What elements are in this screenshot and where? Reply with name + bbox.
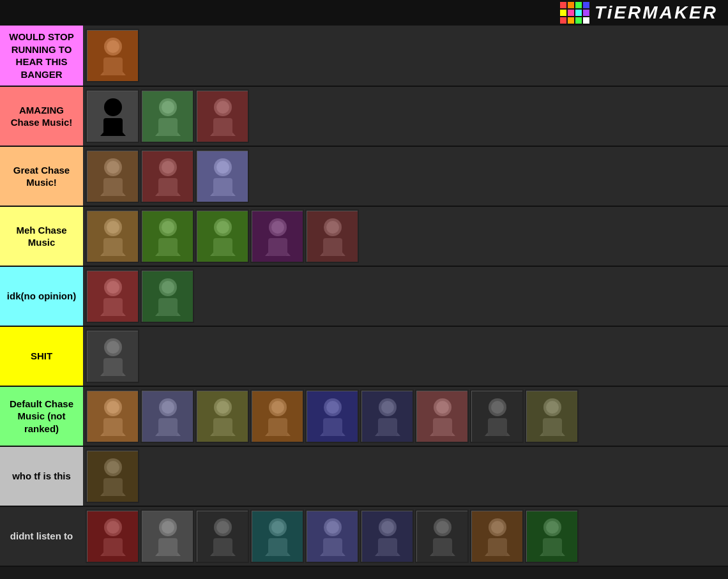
logo-grid-icon [560,2,589,24]
svg-rect-59 [103,358,123,376]
svg-rect-7 [103,118,123,136]
tier-item[interactable] [360,389,414,443]
logo-cell [575,17,582,24]
tier-item[interactable] [86,389,139,443]
svg-rect-71 [213,418,232,436]
tier-label-a: AMAZING Chase Music! [0,87,83,146]
tier-item[interactable] [86,89,139,143]
tier-item[interactable] [195,149,249,203]
svg-rect-11 [158,118,178,136]
svg-point-26 [216,161,229,174]
svg-rect-91 [488,418,507,436]
svg-point-58 [107,341,119,354]
tier-row-b: Great Chase Music! [0,147,728,207]
tier-item[interactable] [140,149,194,203]
tier-items-d [83,267,728,326]
tier-item[interactable] [305,509,359,563]
character-portrait [87,391,139,443]
character-portrait [307,391,359,443]
tier-items-g [83,447,728,506]
tier-item[interactable] [250,509,304,563]
svg-rect-75 [268,418,287,436]
svg-point-50 [107,281,119,294]
svg-point-46 [326,221,339,234]
tier-item[interactable] [195,209,249,263]
logo-cell [583,2,589,8]
character-portrait [471,391,524,443]
svg-point-62 [107,401,119,414]
tier-item[interactable] [250,209,304,263]
tier-row-e: SHIT [0,327,728,387]
tier-item[interactable] [195,89,249,143]
tier-items-c [83,207,728,266]
tier-item[interactable] [525,509,579,563]
tier-item[interactable] [250,389,304,443]
tier-item[interactable] [415,389,469,443]
tier-label-f: Default Chase Music (not ranked) [0,387,83,446]
tier-item[interactable] [140,509,194,563]
svg-point-122 [381,521,394,534]
tier-item[interactable] [525,389,579,443]
character-portrait [87,151,139,203]
tier-label-d: idk(no opinion) [0,267,83,326]
svg-point-126 [436,521,449,534]
tier-label-g: who tf is this [0,447,83,506]
svg-point-66 [162,401,174,414]
tier-row-h: didnt listen to [0,507,728,567]
svg-rect-83 [378,418,397,436]
svg-rect-107 [158,538,178,556]
svg-point-130 [491,521,504,534]
svg-point-82 [381,401,394,414]
svg-point-86 [436,401,449,414]
svg-rect-15 [213,118,232,136]
svg-rect-23 [158,178,178,196]
tier-item[interactable] [140,269,194,323]
svg-point-90 [491,401,504,414]
svg-rect-19 [103,178,123,196]
tier-item[interactable] [86,209,139,263]
tier-row-s: WOULD STOP RUNNING TO HEAR THIS BANGER [0,26,728,87]
tier-label-h: didnt listen to [0,507,83,566]
svg-point-10 [162,101,174,114]
svg-rect-119 [323,538,342,556]
tier-row-f: Default Chase Music (not ranked) [0,387,728,447]
svg-rect-31 [103,238,123,256]
tier-item[interactable] [195,509,249,563]
tier-item[interactable] [86,29,139,82]
tier-items-b [83,147,728,206]
tier-label-s: WOULD STOP RUNNING TO HEAR THIS BANGER [0,26,83,86]
tier-row-a: AMAZING Chase Music! [0,87,728,147]
svg-rect-67 [158,418,178,436]
tier-item[interactable] [86,149,139,203]
tier-item[interactable] [470,389,524,443]
tier-item[interactable] [305,389,359,443]
tier-item[interactable] [360,509,414,563]
tier-item[interactable] [140,389,194,443]
logo-cell [583,10,589,16]
logo-cell [575,10,582,16]
svg-point-18 [107,161,119,174]
tier-item[interactable] [86,509,139,563]
svg-point-6 [107,101,119,114]
tier-item[interactable] [195,389,249,443]
tier-item[interactable] [86,329,139,383]
logo-cell [560,17,566,24]
svg-point-30 [107,221,119,234]
svg-rect-123 [378,538,397,556]
character-portrait [197,151,249,203]
tier-item[interactable] [415,509,469,563]
logo-cell [568,2,574,8]
tier-item[interactable] [86,449,139,503]
svg-rect-131 [488,538,507,556]
svg-point-54 [162,281,174,294]
svg-point-110 [216,521,229,534]
character-portrait [142,511,194,563]
svg-rect-47 [323,238,342,256]
tier-item[interactable] [470,509,524,563]
tier-item[interactable] [305,209,359,263]
tier-item[interactable] [140,89,194,143]
tier-item[interactable] [140,209,194,263]
svg-point-34 [162,221,174,234]
character-portrait [87,91,139,143]
tier-item[interactable] [86,269,139,323]
